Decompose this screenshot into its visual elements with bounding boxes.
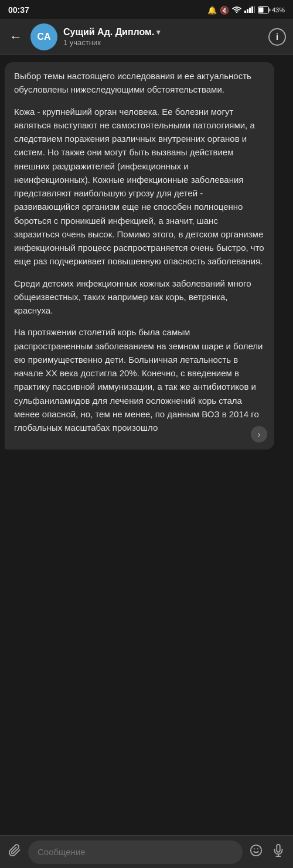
battery-icon: 43% [258, 6, 285, 13]
battery-percent: 43% [272, 6, 285, 13]
chat-area: Выбор темы настоящего исследования и ее … [0, 55, 293, 835]
chat-title[interactable]: Сущий Ад. Диплом. ▾ [63, 27, 268, 38]
svg-rect-3 [249, 8, 251, 13]
message-bubble: Выбор темы настоящего исследования и ее … [5, 62, 274, 450]
svg-rect-4 [251, 6, 253, 13]
status-icons: 🔔 🔇 43% [207, 6, 285, 15]
chevron-down-icon: › [258, 430, 261, 438]
message-text: Выбор темы настоящего исследования и ее … [14, 69, 265, 434]
svg-point-9 [251, 845, 261, 855]
svg-rect-8 [258, 8, 263, 13]
input-bar [0, 835, 293, 868]
svg-rect-5 [254, 6, 255, 13]
svg-point-0 [236, 11, 237, 12]
scroll-down-button[interactable]: › [251, 426, 267, 442]
alarm-icon: 🔔 [207, 6, 217, 15]
back-button[interactable]: ← [7, 27, 25, 47]
participant-count: 1 участник [63, 38, 268, 47]
message-input[interactable] [28, 840, 243, 864]
wifi-icon [232, 6, 241, 15]
status-bar: 00:37 🔔 🔇 [0, 0, 293, 19]
status-time: 00:37 [8, 5, 29, 15]
avatar: CA [30, 23, 57, 50]
svg-rect-1 [244, 11, 246, 13]
svg-rect-7 [269, 9, 271, 12]
silent-icon: 🔇 [220, 6, 229, 15]
emoji-button[interactable] [247, 842, 265, 863]
signal-icon [244, 6, 255, 14]
voice-button[interactable] [270, 842, 287, 863]
header-info: Сущий Ад. Диплом. ▾ 1 участник [63, 27, 268, 47]
svg-rect-2 [247, 9, 248, 13]
info-button[interactable]: i [268, 28, 286, 46]
chat-header: ← CA Сущий Ад. Диплом. ▾ 1 участник i [0, 19, 293, 55]
chevron-down-icon: ▾ [156, 28, 160, 36]
attach-button[interactable] [6, 842, 23, 863]
